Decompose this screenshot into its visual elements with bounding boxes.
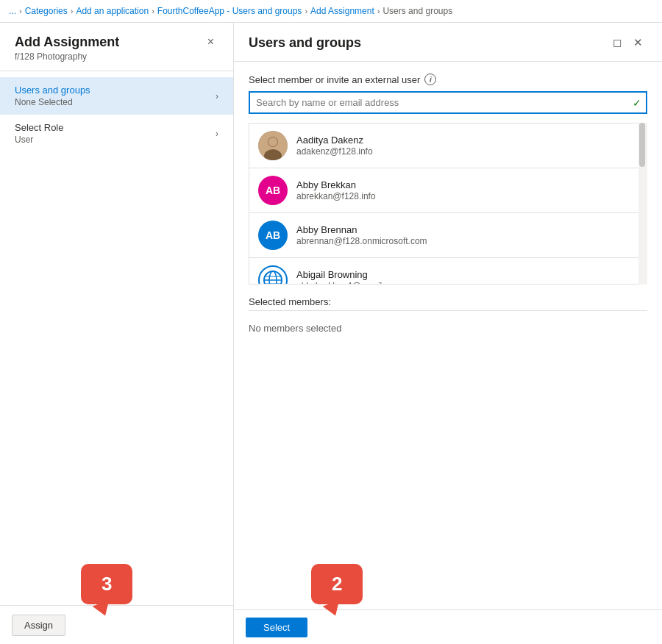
nav-item-role-sublabel: User: [15, 135, 216, 145]
user-name: Abby Brennan: [296, 224, 638, 235]
user-info: Aaditya Dakenz adakenz@f128.info: [296, 135, 638, 157]
left-panel: Add Assignment f/128 Photography × Users…: [0, 23, 234, 644]
breadcrumb-sep3: ›: [152, 7, 154, 15]
user-info: Abigail Browning abbybrekkan4@gmail.com: [296, 269, 638, 285]
user-list: Aaditya Dakenz adakenz@f128.info AB Abby…: [249, 123, 647, 285]
breadcrumb-sep4: ›: [305, 7, 307, 15]
user-email: abrennan@f128.onmicrosoft.com: [296, 236, 638, 246]
breadcrumb-add-application[interactable]: Add an application: [76, 6, 149, 16]
scroll-thumb: [639, 123, 645, 167]
right-panel: Users and groups ◻ ✕ Select member or in…: [234, 23, 662, 644]
left-header-content: Add Assignment f/128 Photography: [15, 35, 119, 62]
left-panel-title: Add Assignment: [15, 35, 119, 50]
left-panel-subtitle: f/128 Photography: [15, 51, 119, 62]
info-icon[interactable]: i: [424, 74, 436, 85]
user-photo-icon: [258, 131, 288, 160]
assign-button[interactable]: Assign: [12, 615, 65, 636]
avatar: AB: [258, 176, 288, 205]
list-item[interactable]: AB Abby Brennan abrennan@f128.onmicrosof…: [249, 213, 647, 258]
breadcrumb-sep2: ›: [71, 7, 74, 15]
breadcrumb-add-assignment[interactable]: Add Assignment: [310, 6, 374, 16]
breadcrumb-app-users-groups[interactable]: FourthCoffeeApp - Users and groups: [157, 6, 302, 16]
nav-chevron-1: ›: [216, 91, 218, 101]
right-panel-footer: Select: [234, 609, 662, 644]
search-label: Select member or invite an external user…: [249, 74, 647, 85]
breadcrumb-current: Users and groups: [382, 6, 452, 16]
left-panel-header: Add Assignment f/128 Photography ×: [0, 23, 233, 71]
list-item[interactable]: Aaditya Dakenz adakenz@f128.info: [249, 124, 647, 168]
user-list-container: Aaditya Dakenz adakenz@f128.info AB Abby…: [249, 123, 647, 285]
svg-point-5: [269, 271, 277, 285]
nav-item-users-sublabel: None Selected: [15, 97, 216, 107]
search-input[interactable]: [249, 91, 647, 114]
right-panel-title: Users and groups: [249, 35, 361, 51]
user-email: abrekkan@f128.info: [296, 191, 638, 201]
breadcrumb-sep: ›: [19, 7, 22, 15]
search-check-icon: ✓: [633, 97, 641, 109]
right-panel-close-button[interactable]: ✕: [629, 33, 647, 52]
search-box: ✓: [249, 91, 647, 114]
list-item[interactable]: AB Abby Brekkan abrekkan@f128.info: [249, 168, 647, 213]
left-panel-close-button[interactable]: ×: [203, 35, 218, 49]
breadcrumb-categories[interactable]: Categories: [25, 6, 68, 16]
globe-icon: [263, 270, 283, 285]
nav-item-users-label: Users and groups: [15, 85, 216, 96]
avatar-initials: AB: [266, 185, 280, 196]
maximize-button[interactable]: ◻: [608, 33, 626, 52]
svg-point-4: [264, 271, 282, 285]
avatar: AB: [258, 221, 288, 250]
right-panel-header: Users and groups ◻ ✕: [234, 23, 662, 62]
user-info: Abby Brekkan abrekkan@f128.info: [296, 179, 638, 201]
user-name: Aaditya Dakenz: [296, 135, 638, 146]
right-header-actions: ◻ ✕: [608, 33, 647, 52]
user-email: abbybrekkan4@gmail.com: [296, 281, 638, 285]
avatar: [258, 131, 288, 160]
left-panel-footer: Assign: [0, 605, 233, 644]
breadcrumb-ellipsis[interactable]: ...: [9, 6, 16, 16]
user-name: Abby Brekkan: [296, 179, 638, 190]
list-item[interactable]: Abigail Browning abbybrekkan4@gmail.com: [249, 258, 647, 285]
user-info: Abby Brennan abrennan@f128.onmicrosoft.c…: [296, 224, 638, 246]
left-navigation: Users and groups None Selected › Select …: [0, 71, 233, 605]
user-name: Abigail Browning: [296, 269, 638, 280]
user-email: adakenz@f128.info: [296, 146, 638, 157]
right-panel-body: Select member or invite an external user…: [234, 62, 662, 609]
breadcrumb-sep5: ›: [377, 7, 380, 15]
no-members-text: No members selected: [249, 317, 647, 340]
nav-chevron-2: ›: [216, 129, 218, 139]
selected-members-label: Selected members:: [249, 296, 647, 311]
select-button[interactable]: Select: [246, 618, 307, 637]
nav-item-users-and-groups[interactable]: Users and groups None Selected ›: [0, 77, 233, 115]
breadcrumb: ... › Categories › Add an application › …: [0, 0, 662, 23]
nav-item-select-role[interactable]: Select Role User ›: [0, 115, 233, 152]
nav-item-role-label: Select Role: [15, 122, 216, 133]
avatar-initials: AB: [266, 229, 280, 241]
main-layout: Add Assignment f/128 Photography × Users…: [0, 23, 662, 644]
avatar: [258, 265, 288, 285]
scrollbar[interactable]: [638, 123, 647, 285]
svg-point-3: [268, 137, 277, 146]
